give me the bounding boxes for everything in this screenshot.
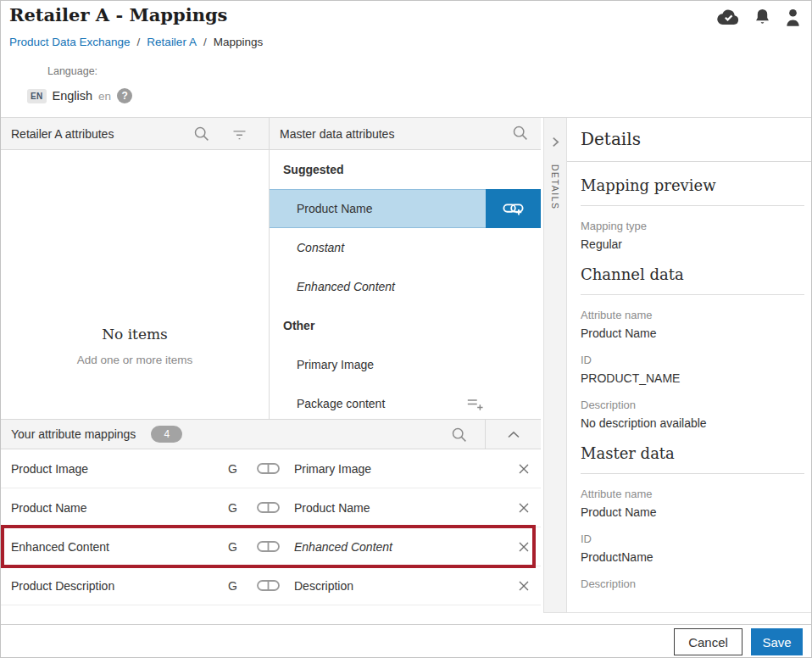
details-rail[interactable]: DETAILS — [543, 118, 567, 613]
attribute-mappings-title: Your attribute mappings — [1, 427, 136, 441]
section-suggested: Suggested — [270, 150, 541, 189]
breadcrumb-separator: / — [203, 36, 207, 48]
master-item-enhanced-content[interactable]: Enhanced Content — [270, 267, 541, 306]
mapping-source: Product Description — [11, 579, 114, 593]
master-attributes-title: Master data attributes — [270, 127, 394, 141]
breadcrumb-product-data-exchange[interactable]: Product Data Exchange — [9, 36, 131, 48]
mapping-source: Product Image — [11, 462, 88, 476]
breadcrumb: Product Data Exchange / Retailer A / Map… — [9, 36, 263, 48]
field-label: Attribute name — [581, 488, 804, 500]
mapping-flag: G — [228, 462, 237, 476]
link-create-icon — [503, 202, 524, 216]
mapping-target: Primary Image — [294, 462, 371, 476]
language-locale: en — [98, 90, 111, 103]
empty-state-subtitle: Add one or more items — [1, 354, 269, 366]
mappings-count-badge: 4 — [151, 426, 182, 443]
section-mapping-preview: Mapping preview — [581, 176, 804, 206]
section-master-data: Master data — [581, 444, 804, 474]
help-icon[interactable] — [117, 88, 132, 103]
master-attributes-panel: Master data attributes Suggested Product… — [269, 118, 541, 419]
master-item-label: Product Name — [297, 202, 372, 215]
mapping-source: Enhanced Content — [11, 540, 109, 554]
field-label: Description — [581, 577, 804, 590]
language-name: English — [53, 89, 93, 103]
search-icon[interactable] — [450, 426, 468, 443]
breadcrumb-mappings: Mappings — [214, 36, 264, 48]
empty-state: No items Add one or more items — [1, 326, 269, 366]
chevron-right-icon[interactable] — [550, 137, 561, 148]
remove-mapping-icon[interactable] — [518, 502, 530, 514]
remove-mapping-icon[interactable] — [518, 463, 530, 475]
user-icon[interactable] — [785, 8, 801, 26]
master-item-label: Constant — [297, 241, 344, 254]
breadcrumb-separator: / — [137, 36, 141, 48]
details-rail-label: DETAILS — [550, 164, 560, 209]
section-channel-data: Channel data — [581, 265, 804, 295]
master-item-label: Enhanced Content — [297, 280, 395, 293]
mapping-flag: G — [228, 579, 237, 593]
retailer-attributes-header: Retailer A attributes — [1, 118, 269, 150]
field-label: Description — [581, 399, 804, 411]
remove-mapping-icon[interactable] — [518, 541, 530, 553]
field-label: Attribute name — [581, 309, 804, 321]
header-actions — [717, 8, 801, 26]
field-value: ProductName — [581, 550, 804, 564]
attribute-mappings-panel: Your attribute mappings 4 Product Image … — [1, 419, 541, 613]
mapping-target: Description — [294, 579, 353, 593]
section-other: Other — [270, 306, 541, 345]
master-item-constant[interactable]: Constant — [270, 228, 541, 267]
mappings-rows: Product Image G Primary Image Product Na… — [1, 449, 541, 605]
mapping-target: Product Name — [294, 501, 370, 515]
master-item-primary-image[interactable]: Primary Image — [270, 345, 541, 384]
master-item-product-name[interactable]: Product Name — [270, 189, 541, 228]
master-item-package-content[interactable]: Package content — [270, 384, 541, 419]
remove-mapping-icon[interactable] — [518, 580, 530, 592]
retailer-attributes-panel: Retailer A attributes No items Add one o… — [1, 118, 269, 419]
create-mapping-button[interactable] — [486, 189, 541, 228]
mapping-link-icon — [257, 540, 280, 553]
app-window: Retailer A - Mappings Product Data Excha… — [0, 0, 812, 658]
footer-actions: Cancel Save — [1, 624, 811, 658]
mapping-row-enhanced-content[interactable]: Enhanced Content G Enhanced Content — [1, 527, 541, 566]
mapping-row-product-image[interactable]: Product Image G Primary Image — [1, 449, 541, 488]
filter-icon[interactable] — [231, 125, 248, 142]
notifications-icon[interactable] — [754, 8, 770, 26]
breadcrumb-retailer-a[interactable]: Retailer A — [147, 36, 197, 48]
cloud-sync-icon[interactable] — [717, 9, 740, 25]
mapping-row-product-name[interactable]: Product Name G Product Name — [1, 488, 541, 527]
save-button[interactable]: Save — [751, 628, 803, 655]
field-label: ID — [581, 533, 804, 545]
search-icon[interactable] — [511, 124, 529, 142]
field-value: Product Name — [581, 505, 804, 519]
field-value: Regular — [581, 237, 804, 251]
mapping-row-product-description[interactable]: Product Description G Description — [1, 566, 541, 605]
field-label: ID — [581, 354, 804, 366]
search-icon[interactable] — [192, 125, 210, 142]
language-label: Language: — [47, 65, 97, 77]
master-item-label: Package content — [297, 397, 385, 410]
retailer-attributes-title: Retailer A attributes — [1, 127, 114, 141]
collapse-mappings-button[interactable] — [485, 420, 541, 449]
mapping-flag: G — [228, 501, 237, 515]
master-attributes-header: Master data attributes — [270, 118, 541, 150]
add-mapping-icon[interactable] — [466, 397, 483, 410]
field-label: Mapping type — [581, 220, 804, 232]
mapping-link-icon — [257, 501, 280, 514]
mapping-target: Enhanced Content — [294, 540, 392, 554]
mapping-link-icon — [257, 579, 280, 592]
page-title: Retailer A - Mappings — [9, 4, 227, 25]
field-value: PRODUCT_NAME — [581, 371, 804, 385]
mapping-flag: G — [228, 540, 237, 554]
language-selector[interactable]: EN English en — [27, 88, 132, 103]
chevron-up-icon — [508, 431, 520, 438]
field-value: No description available — [581, 416, 804, 430]
mapping-source: Product Name — [11, 501, 86, 515]
attribute-mappings-header: Your attribute mappings 4 — [1, 419, 541, 449]
details-panel: Details Mapping preview Mapping type Reg… — [567, 118, 812, 613]
language-code-badge: EN — [27, 89, 47, 103]
details-title: Details — [567, 118, 812, 162]
cancel-button[interactable]: Cancel — [674, 628, 742, 655]
master-item-label: Primary Image — [297, 358, 374, 371]
field-value: Product Name — [581, 326, 804, 340]
mapping-link-icon — [257, 462, 280, 475]
